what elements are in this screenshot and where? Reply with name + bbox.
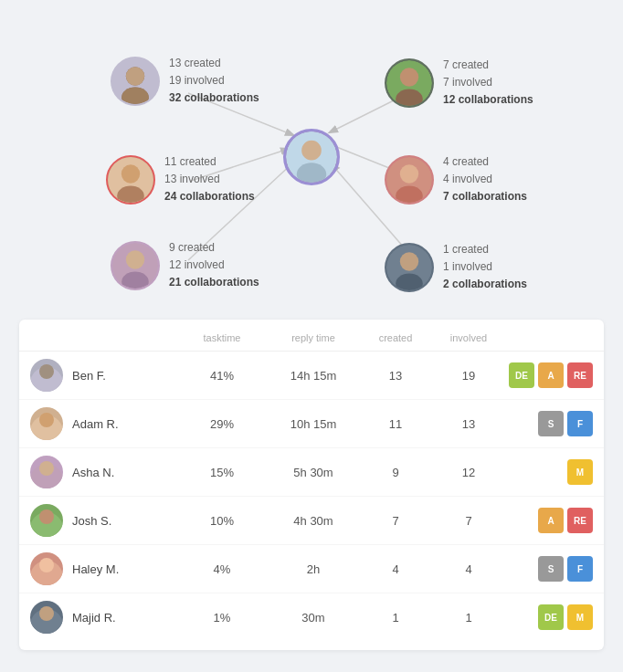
created-haley: 4 [359, 562, 432, 576]
tag-a: A [538, 362, 564, 388]
created-asha: 9 [359, 466, 432, 479]
svg-point-17 [301, 141, 322, 161]
replytime-asha: 5h 30m [268, 466, 359, 479]
created-majid: 1 [359, 611, 432, 625]
table-header: tasktime reply time created involved [19, 329, 604, 352]
svg-point-23 [126, 250, 144, 268]
user-cell-josh: Josh S. [30, 504, 176, 537]
created-ben: 13 [359, 369, 432, 383]
svg-point-26 [400, 252, 418, 270]
col-tasktime: tasktime [176, 332, 268, 343]
node-asha-stats: 9 created 12 involved 21 collaborations [169, 239, 259, 292]
node-ben[interactable]: 13 created 19 involved 32 collaborations [111, 55, 259, 108]
tag-f: F [567, 556, 593, 582]
col-created: created [359, 332, 432, 343]
tag-f: F [567, 411, 593, 436]
tasktime-josh: 10% [176, 514, 268, 528]
table-row[interactable]: Adam R. 29% 10h 15m 11 13 S F [19, 400, 604, 448]
created-josh: 7 [359, 514, 432, 528]
user-name-majid: Majid R. [72, 611, 116, 625]
created-adam: 11 [359, 417, 432, 431]
user-name-adam: Adam R. [72, 417, 119, 431]
user-cell-adam: Adam R. [30, 407, 176, 440]
table-row[interactable]: Asha N. 15% 5h 30m 9 12 M [19, 448, 604, 497]
col-involved: involved [432, 332, 505, 343]
tag-re: RE [567, 362, 593, 388]
tasktime-haley: 4% [176, 562, 268, 576]
involved-ben: 19 [432, 369, 505, 383]
table-row[interactable]: Majid R. 1% 30m 1 1 DE M [19, 593, 604, 641]
tags-asha: M [505, 459, 593, 485]
svg-point-39 [39, 606, 54, 621]
involved-asha: 12 [432, 466, 505, 479]
svg-point-11 [400, 68, 418, 86]
tag-a: A [538, 508, 564, 533]
node-josh-stats: 7 created 7 involved 12 collaborations [443, 57, 533, 110]
tags-haley: S F [505, 556, 593, 582]
tags-josh: A RE [505, 508, 593, 533]
main-container: 13 created 19 involved 32 collaborations… [19, 18, 604, 650]
tags-adam: S F [505, 411, 593, 436]
collaborations-table: tasktime reply time created involved Ben… [19, 320, 604, 650]
user-cell-majid: Majid R. [30, 601, 176, 634]
tag-de: DE [509, 362, 534, 388]
involved-josh: 7 [432, 514, 505, 528]
svg-point-20 [400, 164, 418, 183]
replytime-josh: 4h 30m [268, 514, 359, 528]
involved-haley: 4 [432, 562, 505, 576]
user-cell-haley: Haley M. [30, 552, 176, 585]
replytime-adam: 10h 15m [268, 417, 359, 431]
replytime-majid: 30m [268, 611, 359, 625]
user-name-ben: Ben F. [72, 369, 106, 383]
user-name-asha: Asha N. [72, 466, 114, 479]
user-cell-asha: Asha N. [30, 456, 176, 488]
svg-point-33 [39, 461, 54, 476]
node-adam-stats: 11 created 13 involved 24 collaborations [164, 153, 255, 206]
tag-de: DE [538, 604, 564, 630]
col-tags [505, 332, 593, 343]
tag-s: S [538, 556, 564, 582]
node-majid[interactable]: 1 created 1 involved 2 collaborations [385, 241, 527, 294]
tag-m: M [567, 604, 593, 630]
tags-ben: DE A RE [505, 362, 593, 388]
table-row[interactable]: Josh S. 10% 4h 30m 7 7 A RE [19, 497, 604, 545]
tasktime-majid: 1% [176, 611, 268, 625]
node-adam[interactable]: 11 created 13 involved 24 collaborations [106, 153, 255, 206]
node-josh[interactable]: 7 created 7 involved 12 collaborations [385, 57, 533, 110]
node-majid-stats: 1 created 1 involved 2 collaborations [443, 241, 527, 294]
involved-majid: 1 [432, 611, 505, 625]
replytime-ben: 14h 15m [268, 369, 359, 383]
svg-point-29 [39, 364, 54, 379]
tasktime-ben: 41% [176, 369, 268, 383]
node-asha[interactable]: 9 created 12 involved 21 collaborations [111, 239, 259, 292]
svg-point-35 [39, 509, 54, 524]
table-row[interactable]: Haley M. 4% 2h 4 4 S F [19, 545, 604, 593]
tasktime-asha: 15% [176, 466, 268, 479]
node-haley[interactable]: 4 created 4 involved 7 collaborations [385, 153, 527, 206]
tag-s: S [538, 411, 564, 436]
node-center[interactable] [283, 129, 340, 185]
svg-point-8 [126, 67, 144, 85]
replytime-haley: 2h [268, 562, 359, 576]
node-ben-stats: 13 created 19 involved 32 collaborations [169, 55, 259, 108]
col-replytime: reply time [268, 332, 359, 343]
user-name-haley: Haley M. [72, 562, 119, 576]
svg-point-14 [121, 164, 140, 183]
svg-point-31 [39, 413, 54, 427]
tag-m: M [567, 459, 593, 485]
table-row[interactable]: Ben F. 41% 14h 15m 13 19 DE A RE [19, 352, 604, 400]
user-name-josh: Josh S. [72, 514, 111, 528]
node-haley-stats: 4 created 4 involved 7 collaborations [443, 153, 527, 206]
svg-point-37 [39, 558, 54, 572]
tag-re: RE [567, 508, 593, 533]
involved-adam: 13 [432, 417, 505, 431]
svg-point-9 [121, 87, 149, 104]
user-cell-ben: Ben F. [30, 359, 176, 392]
col-name [30, 332, 176, 343]
network-diagram: 13 created 19 involved 32 collaborations… [19, 18, 604, 301]
tags-majid: DE M [505, 604, 593, 630]
tasktime-adam: 29% [176, 417, 268, 431]
